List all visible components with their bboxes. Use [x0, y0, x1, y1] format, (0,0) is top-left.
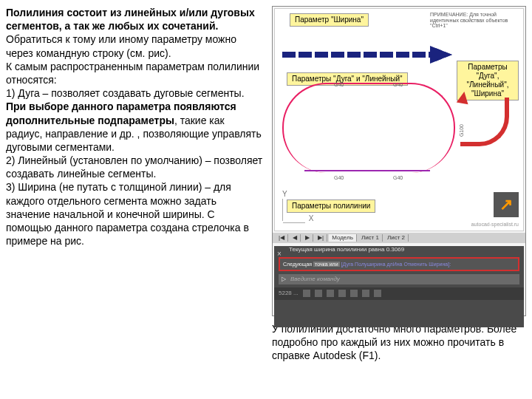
seg-g40-4: G40 — [393, 174, 403, 181]
command-input-row: ▷ Введите команду — [279, 274, 519, 284]
status-icon-7[interactable] — [374, 290, 381, 297]
status-icon-3[interactable] — [327, 290, 334, 297]
red-curved-arrow — [460, 98, 505, 171]
cmd-prefix: Следующая — [283, 262, 313, 267]
figure-caption: У полилинии достаточно много параметров.… — [272, 322, 526, 363]
command-run-icon[interactable]: ▷ — [282, 276, 286, 283]
site-url-text: autocad-specialist.ru — [471, 221, 519, 228]
pink-oval-path — [282, 83, 455, 173]
status-bar: 5228 ... — [274, 287, 524, 299]
status-icon-2[interactable] — [315, 290, 322, 297]
command-panel: × Текущая ширина полилинии равна 0.3069 … — [274, 246, 524, 327]
site-logo: ↗ — [494, 192, 519, 217]
diagram-canvas: Параметр "Ширина" ПРИМЕЧАНИЕ: Для точной… — [274, 8, 524, 231]
figure-panel: Параметр "Ширина" ПРИМЕЧАНИЕ: Для точной… — [272, 6, 526, 316]
tab-model[interactable]: Модель — [329, 234, 357, 242]
pink-bottom-line — [304, 170, 430, 171]
status-icon-4[interactable] — [338, 290, 346, 297]
status-icon-6[interactable] — [362, 290, 369, 297]
seg-g40-2: G40 — [393, 81, 403, 88]
tab-nav-prev[interactable]: ◀ — [290, 234, 301, 242]
intro-rest: Обратиться к тому или иному параметру мо… — [6, 33, 236, 58]
left-text-column: Полилиния состоит из линейных и/или дуго… — [6, 6, 263, 363]
coordinate-axes: Y X — [282, 189, 313, 223]
command-input[interactable]: Введите команду — [290, 276, 340, 283]
cmd-options[interactable]: [Дуга Полуширина длИна Отменить Ширина]: — [341, 262, 451, 267]
common-params-line: К самым распространенным параметрам поли… — [6, 61, 259, 86]
status-icon-5[interactable] — [350, 290, 358, 297]
seg-g40-1: G40 — [334, 81, 344, 88]
coord-y-label: Y — [282, 190, 287, 198]
logo-arrow-icon: ↗ — [499, 194, 513, 216]
status-coords: 5228 ... — [279, 290, 299, 297]
note-box: ПРИМЕЧАНИЕ: Для точной идентичных свойст… — [430, 12, 519, 29]
status-icon-1[interactable] — [303, 290, 310, 297]
tab-sheet-2[interactable]: Лист 2 — [384, 234, 409, 242]
tab-sheet-1[interactable]: Лист 1 — [358, 234, 383, 242]
param-2: 2) Линейный (установлен по умолчанию) – … — [6, 154, 262, 180]
param-1-start: 1) Дуга – позволяет создавать дуговые се… — [6, 87, 245, 99]
close-command-button[interactable]: × — [277, 249, 282, 259]
tab-nav-first[interactable]: |◀ — [276, 234, 288, 242]
label-width: Параметр "Ширина" — [290, 13, 369, 27]
tab-nav-last[interactable]: ▶| — [315, 234, 327, 242]
coord-x-label: X — [309, 214, 314, 222]
seg-g40-3: G40 — [334, 174, 344, 181]
width-arrow-shape — [282, 46, 452, 64]
command-status-line: Текущая ширина полилинии равна 0.3069 — [279, 246, 519, 253]
tab-strip: |◀ ◀ ▶ ▶| Модель Лист 1 Лист 2 — [273, 233, 525, 243]
tab-nav-next[interactable]: ▶ — [302, 234, 313, 242]
intro-bold: Полилиния состоит из линейных и/или дуго… — [6, 7, 255, 32]
param-3: 3) Ширина (не путать с толщиной линии) –… — [6, 181, 249, 247]
note-title: ПРИМЕЧАНИЕ: — [430, 12, 468, 17]
cmd-mid: точка или — [313, 262, 339, 267]
command-prompt-highlighted: Следующая точка или [Дуга Полуширина длИ… — [279, 257, 519, 271]
